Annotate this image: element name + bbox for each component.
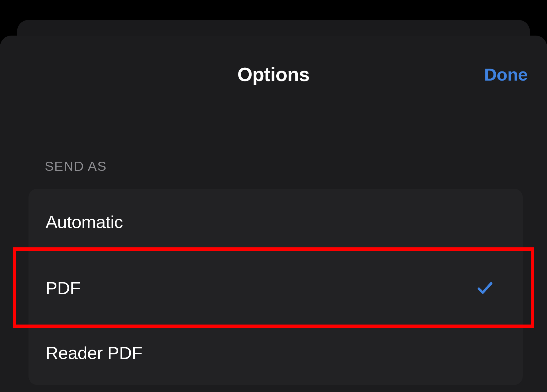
list-item-label: Automatic	[46, 212, 123, 232]
list-item-label: PDF	[46, 278, 81, 298]
done-button[interactable]: Done	[484, 64, 528, 85]
options-sheet: Options Done SEND AS Automatic PDF Reade…	[0, 36, 547, 392]
checkmark-icon	[476, 279, 494, 297]
list-item-reader-pdf[interactable]: Reader PDF	[28, 321, 523, 385]
list-item-label: Reader PDF	[46, 343, 142, 363]
list-item-pdf[interactable]: PDF	[28, 255, 523, 321]
sheet-header: Options Done	[0, 36, 547, 113]
send-as-list: Automatic PDF Reader PDF	[28, 189, 523, 385]
list-item-automatic[interactable]: Automatic	[28, 189, 523, 255]
content-area: SEND AS Automatic PDF Reader PDF	[0, 113, 547, 385]
section-header-send-as: SEND AS	[0, 158, 547, 174]
page-title: Options	[237, 63, 309, 85]
